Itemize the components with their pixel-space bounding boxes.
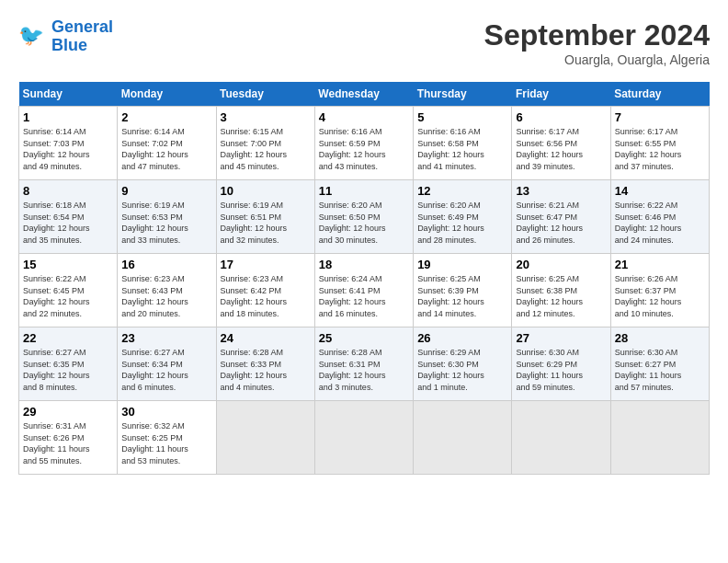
location: Ouargla, Ouargla, Algeria [484, 52, 710, 67]
col-wednesday: Wednesday [314, 82, 413, 107]
calendar-header-row: Sunday Monday Tuesday Wednesday Thursday… [19, 82, 710, 107]
col-sunday: Sunday [19, 82, 118, 107]
logo: 🐦 General Blue [18, 18, 113, 55]
col-thursday: Thursday [414, 82, 512, 107]
logo-text: General Blue [51, 18, 113, 55]
calendar-week: 29Sunrise: 6:31 AMSunset: 6:26 PMDayligh… [19, 401, 710, 475]
col-friday: Friday [512, 82, 610, 107]
col-tuesday: Tuesday [216, 82, 314, 107]
svg-text:🐦: 🐦 [18, 23, 44, 48]
calendar-table: Sunday Monday Tuesday Wednesday Thursday… [18, 82, 710, 475]
calendar-week: 22Sunrise: 6:27 AMSunset: 6:35 PMDayligh… [19, 327, 710, 401]
calendar-week: 1Sunrise: 6:14 AMSunset: 7:03 PMDaylight… [19, 107, 710, 180]
month-title: September 2024 [484, 18, 710, 52]
title-block: September 2024 Ouargla, Ouargla, Algeria [484, 18, 710, 67]
page-header: 🐦 General Blue September 2024 Ouargla, O… [18, 18, 710, 67]
calendar-week: 15Sunrise: 6:22 AMSunset: 6:45 PMDayligh… [19, 254, 710, 327]
col-saturday: Saturday [610, 82, 709, 107]
logo-icon: 🐦 [18, 22, 48, 52]
col-monday: Monday [118, 82, 216, 107]
calendar-week: 8Sunrise: 6:18 AMSunset: 6:54 PMDaylight… [19, 180, 710, 254]
